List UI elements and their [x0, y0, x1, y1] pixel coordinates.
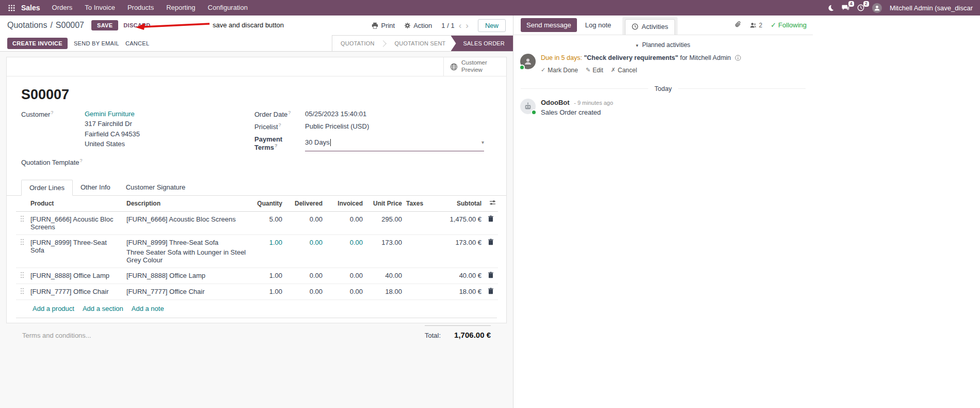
total-value: 1,706.00 € [454, 331, 491, 339]
pager-next-icon[interactable]: › [465, 21, 469, 30]
attachment-paperclip-icon[interactable] [734, 21, 742, 29]
delivered-cell[interactable]: 0.00 [284, 284, 325, 300]
menu-orders[interactable]: Orders [46, 0, 78, 15]
delivered-cell[interactable]: 0.00 [284, 268, 325, 284]
optional-columns-icon[interactable] [489, 199, 496, 208]
product-cell[interactable]: [FURN_8888] Office Lamp [28, 268, 124, 284]
quantity-cell[interactable]: 1.00 [251, 284, 284, 300]
app-name[interactable]: Sales [19, 4, 45, 12]
product-column: Product [28, 196, 124, 212]
send-message-button[interactable]: Send message [521, 18, 577, 32]
print-button[interactable]: Print [372, 22, 395, 29]
top-navbar: Sales Orders To Invoice Products Reporti… [0, 0, 980, 15]
dropdown-caret-icon[interactable]: ▾ [481, 139, 484, 145]
delete-row-icon[interactable] [484, 284, 498, 300]
following-toggle[interactable]: ✓ Following [770, 21, 807, 29]
drag-handle-icon[interactable] [16, 284, 28, 300]
description-cell[interactable]: [FURN_8888] Office Lamp [124, 268, 251, 284]
description-cell[interactable]: [FURN_6666] Acoustic Bloc Screens [124, 212, 251, 235]
cancel-activity-button[interactable]: ✗ Cancel [611, 67, 637, 74]
online-status-dot [531, 109, 537, 115]
drag-handle-icon[interactable] [16, 268, 28, 284]
tab-order-lines[interactable]: Order Lines [21, 180, 73, 196]
activities-tab[interactable]: Activities [625, 19, 674, 35]
quantity-cell[interactable]: 5.00 [251, 212, 284, 235]
delivered-cell[interactable]: 0.00 [284, 212, 325, 235]
terms-placeholder[interactable]: Terms and conditions... [22, 332, 91, 339]
quantity-cell[interactable]: 1.00 [251, 235, 284, 268]
apps-grid-icon[interactable] [5, 5, 18, 11]
description-second-line: Three Seater Sofa with Lounger in Steel … [126, 248, 249, 264]
breadcrumb-quotations[interactable]: Quotations [7, 21, 47, 30]
taxes-cell[interactable] [404, 268, 434, 284]
user-avatar[interactable] [872, 3, 882, 13]
log-note-button[interactable]: Log note [585, 21, 612, 29]
description-cell[interactable]: [FURN_7777] Office Chair [124, 284, 251, 300]
delete-row-icon[interactable] [484, 212, 498, 235]
quantity-cell[interactable]: 1.00 [251, 268, 284, 284]
order-date-field[interactable]: 05/25/2023 15:40:01 [305, 110, 366, 118]
save-button[interactable]: SAVE [91, 20, 118, 30]
new-button[interactable]: New [478, 19, 506, 32]
address-line-3: United States [85, 140, 140, 148]
tab-other-info[interactable]: Other Info [73, 180, 118, 195]
order-line-row: [FURN_8888] Office Lamp [FURN_8888] Offi… [16, 268, 498, 284]
send-by-email-button[interactable]: SEND BY EMAIL [74, 40, 119, 46]
menu-configuration[interactable]: Configuration [202, 0, 253, 15]
delete-row-icon[interactable] [484, 235, 498, 268]
add-section-link[interactable]: Add a section [83, 305, 123, 312]
drag-handle-icon[interactable] [16, 235, 28, 268]
unit-price-cell[interactable]: 40.00 [365, 268, 404, 284]
pricelist-field[interactable]: Public Pricelist (USD) [305, 122, 369, 131]
followers-icon [750, 22, 757, 28]
product-cell[interactable]: [FURN_8999] Three-Seat Sofa [28, 235, 124, 268]
messages-icon[interactable]: 4 [842, 4, 849, 11]
unit-price-cell[interactable]: 295.00 [365, 212, 404, 235]
customer-preview-button[interactable]: Customer Preview [443, 57, 506, 76]
activity-due-text: Due in 5 days: [541, 54, 582, 61]
cancel-button[interactable]: CANCEL [125, 40, 149, 46]
unit-price-cell[interactable]: 173.00 [365, 235, 404, 268]
menu-to-invoice[interactable]: To Invoice [79, 0, 121, 15]
dark-mode-moon-icon[interactable] [827, 5, 834, 11]
delivered-cell[interactable]: 0.00 [284, 235, 325, 268]
taxes-cell[interactable] [404, 212, 434, 235]
tab-customer-signature[interactable]: Customer Signature [118, 180, 194, 195]
product-cell[interactable]: [FURN_7777] Office Chair [28, 284, 124, 300]
invoiced-cell[interactable]: 0.00 [325, 268, 365, 284]
action-button[interactable]: Action [404, 22, 432, 29]
state-quotation-sent[interactable]: QUOTATION SENT [387, 36, 454, 51]
unit-price-cell[interactable]: 18.00 [365, 284, 404, 300]
activities-clock-icon[interactable]: 2 [857, 4, 864, 11]
payment-terms-input[interactable]: 30 Days ▾ [305, 135, 484, 151]
delete-row-icon[interactable] [484, 268, 498, 284]
invoiced-cell[interactable]: 0.00 [325, 235, 365, 268]
followers-button[interactable]: 2 [750, 22, 762, 29]
menu-reporting[interactable]: Reporting [160, 0, 201, 15]
check-icon: ✓ [770, 21, 776, 29]
taxes-cell[interactable] [404, 284, 434, 300]
invoiced-cell[interactable]: 0.00 [325, 212, 365, 235]
invoiced-cell[interactable]: 0.00 [325, 284, 365, 300]
planned-activities-header[interactable]: ▾ Planned activities [513, 41, 813, 49]
state-quotation[interactable]: QUOTATION [332, 36, 383, 51]
menu-products[interactable]: Products [122, 0, 159, 15]
user-name[interactable]: Mitchell Admin (save_discar [890, 4, 973, 12]
subtotal-cell: 40.00 € [434, 268, 484, 284]
create-invoice-button[interactable]: CREATE INVOICE [7, 38, 68, 49]
taxes-cell[interactable] [404, 235, 434, 268]
state-sales-order[interactable]: SALES ORDER [451, 36, 513, 51]
systray: 4 2 Mitchell Admin (save_discar [827, 3, 975, 13]
add-product-link[interactable]: Add a product [33, 305, 74, 312]
product-cell[interactable]: [FURN_6666] Acoustic Bloc Screens [28, 212, 124, 235]
add-note-link[interactable]: Add a note [132, 305, 164, 312]
description-cell[interactable]: [FURN_8999] Three-Seat Sofa Three Seater… [124, 235, 251, 268]
red-annotation-arrow [135, 22, 211, 31]
drag-handle-icon[interactable] [16, 212, 28, 235]
unit-price-column: Unit Price [365, 196, 404, 212]
info-icon[interactable] [735, 55, 741, 64]
pager-previous-icon[interactable]: ‹ [459, 21, 462, 30]
edit-activity-button[interactable]: ✎ Edit [586, 67, 603, 74]
mark-done-button[interactable]: ✓ Mark Done [541, 67, 578, 74]
customer-link[interactable]: Gemini Furniture [85, 110, 140, 118]
